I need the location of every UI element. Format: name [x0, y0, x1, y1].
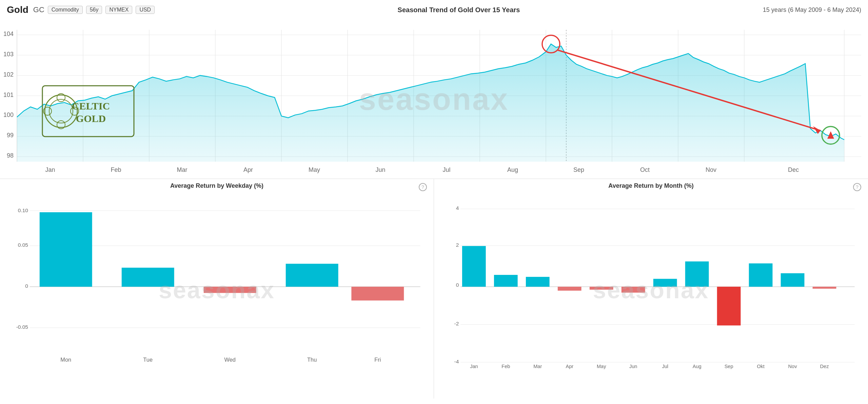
svg-text:Jun: Jun [375, 166, 385, 173]
bar-thu [286, 264, 338, 287]
badge-years[interactable]: 56y [86, 6, 102, 14]
bar-okt [749, 263, 773, 287]
weekday-chart-container: Average Return by Weekday (%) ? seasonax… [0, 179, 434, 399]
bar-jan [462, 246, 486, 287]
svg-text:-2: -2 [454, 321, 459, 326]
svg-text:Feb: Feb [111, 166, 121, 173]
svg-text:0.05: 0.05 [18, 242, 28, 248]
date-range: 15 years (6 May 2009 - 6 May 2024) [763, 6, 861, 14]
asset-ticker: GC [33, 5, 44, 14]
svg-text:Apr: Apr [243, 166, 253, 173]
svg-text:Jul: Jul [442, 166, 450, 173]
svg-text:104: 104 [3, 31, 14, 37]
bar-jul [653, 279, 677, 287]
svg-text:Thu: Thu [307, 357, 317, 363]
bottom-section: Average Return by Weekday (%) ? seasonax… [0, 179, 868, 399]
svg-text:Jun: Jun [629, 364, 637, 369]
bar-jun [622, 287, 645, 292]
svg-text:102: 102 [3, 71, 14, 78]
asset-title: Gold [7, 4, 28, 15]
svg-text:Aug: Aug [693, 364, 702, 369]
svg-text:Mon: Mon [60, 357, 71, 363]
bar-mar [526, 277, 550, 287]
bar-nov [781, 273, 805, 287]
svg-text:Nov: Nov [706, 166, 716, 173]
main-chart-svg: 104 103 102 101 100 99 98 [0, 20, 868, 179]
svg-text:2: 2 [456, 242, 459, 248]
main-chart: 104 103 102 101 100 99 98 [0, 20, 868, 179]
bar-mon [40, 212, 92, 287]
header: Gold GC Commodity 56y NYMEX USD Seasonal… [0, 0, 868, 20]
bar-feb [494, 275, 518, 287]
bar-aug [685, 261, 709, 287]
svg-text:Aug: Aug [507, 166, 518, 173]
svg-text:98: 98 [7, 152, 14, 159]
svg-text:Sep: Sep [573, 166, 584, 173]
weekday-help-icon[interactable]: ? [419, 183, 427, 191]
svg-text:-0.05: -0.05 [16, 324, 28, 330]
svg-text:Mar: Mar [533, 364, 542, 369]
bar-dez [813, 287, 836, 289]
badge-exchange[interactable]: NYMEX [105, 6, 132, 14]
svg-text:Jul: Jul [662, 364, 668, 369]
badge-currency[interactable]: USD [136, 6, 155, 14]
svg-text:Feb: Feb [501, 364, 510, 369]
svg-text:May: May [597, 364, 606, 369]
svg-text:0: 0 [456, 282, 459, 288]
weekday-chart-svg: 0.10 0.05 0 -0.05 Mon [7, 191, 427, 381]
svg-text:Sep: Sep [725, 364, 733, 369]
svg-text:Mar: Mar [177, 166, 188, 173]
bar-wed [204, 287, 256, 293]
svg-text:103: 103 [3, 51, 14, 58]
monthly-help-icon[interactable]: ? [853, 183, 861, 191]
svg-text:-4: -4 [454, 359, 459, 364]
svg-text:0: 0 [25, 283, 28, 289]
svg-text:Wed: Wed [224, 357, 236, 363]
monthly-chart-svg: 4 2 0 -2 -4 [441, 191, 861, 381]
svg-text:99: 99 [7, 132, 14, 139]
main-chart-title: Seasonal Trend of Gold Over 15 Years [158, 6, 760, 14]
monthly-chart-container: Average Return by Month (%) ? seasonax 4… [434, 179, 868, 399]
bar-tue [122, 268, 174, 287]
bar-may [590, 287, 613, 290]
svg-text:Fri: Fri [374, 357, 381, 363]
bar-fri [351, 287, 404, 301]
svg-text:4: 4 [456, 205, 459, 211]
svg-text:Tue: Tue [143, 357, 153, 363]
svg-text:0.10: 0.10 [18, 207, 28, 213]
weekday-chart-title: Average Return by Weekday (%) [7, 182, 427, 189]
svg-text:Okt: Okt [757, 364, 765, 369]
badge-commodity[interactable]: Commodity [48, 6, 83, 14]
svg-text:Jan: Jan [470, 364, 478, 369]
bar-sep [717, 287, 741, 325]
monthly-chart-title: Average Return by Month (%) [441, 182, 861, 189]
svg-text:Oct: Oct [640, 166, 650, 173]
svg-text:May: May [309, 166, 320, 173]
bar-apr [558, 287, 581, 291]
svg-text:100: 100 [3, 112, 14, 118]
svg-text:Dez: Dez [820, 364, 829, 369]
svg-text:101: 101 [3, 92, 14, 98]
svg-text:Dec: Dec [788, 166, 799, 173]
svg-text:Apr: Apr [566, 364, 573, 369]
svg-text:Nov: Nov [788, 364, 797, 369]
svg-text:Jan: Jan [45, 166, 55, 173]
